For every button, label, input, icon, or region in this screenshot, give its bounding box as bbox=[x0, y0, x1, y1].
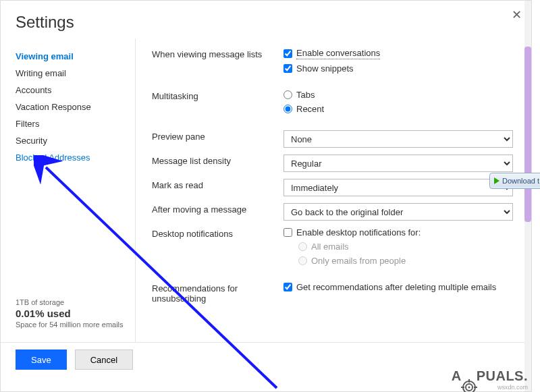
radio-tabs-input[interactable] bbox=[284, 90, 292, 99]
label-multitasking: Multitasking bbox=[152, 90, 284, 101]
radio-notif-people-input[interactable] bbox=[298, 256, 307, 265]
play-icon bbox=[494, 177, 500, 184]
label-mark-read: Mark as read bbox=[152, 179, 284, 190]
radio-recent-label: Recent bbox=[296, 104, 324, 114]
row-after-move: After moving a message Go back to the or… bbox=[152, 203, 518, 221]
sidebar-item-security[interactable]: Security bbox=[16, 132, 135, 149]
radio-notif-people-label: Only emails from people bbox=[311, 256, 406, 266]
close-icon[interactable]: ✕ bbox=[512, 7, 522, 22]
sidebar-item-writing-email[interactable]: Writing email bbox=[16, 65, 135, 82]
radio-recent[interactable]: Recent bbox=[284, 104, 518, 114]
label-preview-pane: Preview pane bbox=[152, 130, 284, 142]
row-density: Message list density Regular bbox=[152, 155, 518, 172]
checkbox-enable-desktop-notif-label: Enable desktop notifications for: bbox=[296, 227, 421, 237]
sidebar-item-viewing-email[interactable]: Viewing email bbox=[16, 48, 135, 65]
checkbox-recommendations-input[interactable] bbox=[284, 283, 292, 291]
checkbox-recommendations[interactable]: Get recommendations after deleting multi… bbox=[284, 282, 518, 292]
download-overlay-button[interactable]: Download t bbox=[489, 173, 540, 189]
row-viewing-lists: When viewing message lists Enable conver… bbox=[152, 48, 518, 78]
scrollbar-thumb[interactable] bbox=[524, 47, 531, 222]
row-recommendations: Recommendations for unsubscribing Get re… bbox=[152, 282, 518, 304]
label-viewing-lists: When viewing message lists bbox=[152, 48, 284, 59]
label-recommendations: Recommendations for unsubscribing bbox=[152, 282, 284, 304]
checkbox-show-snippets-label: Show snippets bbox=[296, 63, 354, 74]
label-after-move: After moving a message bbox=[152, 203, 284, 215]
main-panel: When viewing message lists Enable conver… bbox=[136, 38, 531, 342]
row-mark-read: Mark as read Immediately bbox=[152, 179, 518, 196]
storage-summary: 1TB of storage 0.01% used Space for 54 m… bbox=[16, 298, 135, 335]
dialog-header: Settings bbox=[1, 1, 531, 38]
select-after-move[interactable]: Go back to the original folder bbox=[284, 203, 513, 221]
storage-total: 1TB of storage bbox=[16, 298, 135, 306]
checkbox-enable-conversations[interactable]: Enable conversations bbox=[284, 48, 518, 59]
sidebar-item-filters[interactable]: Filters bbox=[16, 115, 135, 132]
dialog-body: Viewing email Writing email Accounts Vac… bbox=[1, 38, 531, 342]
sidebar: Viewing email Writing email Accounts Vac… bbox=[1, 38, 136, 342]
select-preview-pane[interactable]: None bbox=[284, 130, 513, 148]
sidebar-item-accounts[interactable]: Accounts bbox=[16, 82, 135, 99]
checkbox-recommendations-label: Get recommendations after deleting multi… bbox=[296, 282, 496, 292]
row-multitasking: Multitasking Tabs Recent bbox=[152, 90, 518, 118]
checkbox-enable-desktop-notif-input[interactable] bbox=[284, 228, 292, 237]
checkbox-enable-desktop-notif[interactable]: Enable desktop notifications for: bbox=[284, 227, 518, 237]
select-mark-read[interactable]: Immediately bbox=[284, 179, 513, 196]
page-title: Settings bbox=[16, 13, 516, 32]
radio-tabs[interactable]: Tabs bbox=[284, 90, 518, 100]
checkbox-show-snippets[interactable]: Show snippets bbox=[284, 63, 518, 74]
radio-notif-all[interactable]: All emails bbox=[298, 242, 518, 252]
radio-notif-all-input[interactable] bbox=[298, 242, 307, 251]
watermark: A PUALS. bbox=[452, 368, 528, 384]
radio-tabs-label: Tabs bbox=[296, 90, 315, 100]
storage-percent: 0.01% used bbox=[16, 308, 135, 319]
radio-notif-people[interactable]: Only emails from people bbox=[298, 256, 518, 266]
label-density: Message list density bbox=[152, 155, 284, 166]
checkbox-enable-conversations-label: Enable conversations bbox=[296, 48, 380, 59]
watermark-prefix: A bbox=[452, 368, 462, 383]
select-density[interactable]: Regular bbox=[284, 155, 513, 172]
sidebar-item-vacation-response[interactable]: Vacation Response bbox=[16, 99, 135, 115]
checkbox-enable-conversations-input[interactable] bbox=[284, 49, 292, 58]
cancel-button[interactable]: Cancel bbox=[75, 349, 133, 370]
sidebar-items: Viewing email Writing email Accounts Vac… bbox=[16, 48, 135, 298]
label-desktop-notifications: Desktop notifications bbox=[152, 227, 284, 239]
image-source: wsxdn.com bbox=[497, 384, 528, 391]
radio-notif-all-label: All emails bbox=[311, 242, 349, 252]
download-overlay-label: Download t bbox=[502, 177, 539, 185]
watermark-suffix: PUALS. bbox=[477, 368, 528, 383]
radio-recent-input[interactable] bbox=[284, 105, 292, 113]
svg-point-3 bbox=[468, 387, 470, 389]
save-button[interactable]: Save bbox=[16, 349, 67, 370]
storage-remaining: Space for 54 million more emails bbox=[16, 320, 135, 329]
settings-dialog: ✕ Settings Viewing email Writing email A… bbox=[0, 0, 532, 392]
row-desktop-notifications: Desktop notifications Enable desktop not… bbox=[152, 227, 518, 270]
sidebar-item-blocked-addresses[interactable]: Blocked Addresses bbox=[16, 149, 135, 166]
row-preview-pane: Preview pane None bbox=[152, 130, 518, 148]
checkbox-show-snippets-input[interactable] bbox=[284, 64, 292, 73]
